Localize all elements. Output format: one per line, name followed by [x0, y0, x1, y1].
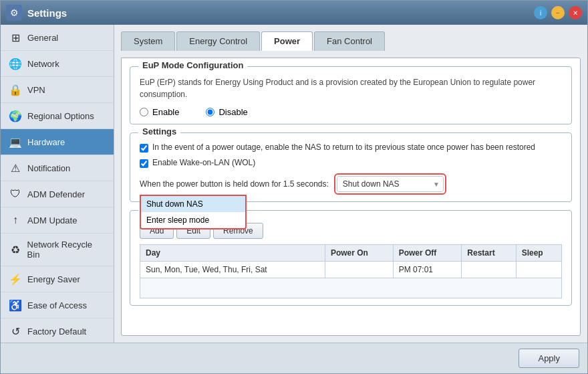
- checkbox-power-outage: In the event of a power outage, enable t…: [140, 143, 562, 153]
- sidebar-label-adm-defender: ADM Defender: [27, 189, 85, 199]
- hardware-icon: 💻: [9, 135, 22, 149]
- row-power-off: PM 07:01: [393, 262, 462, 278]
- dropdown-highlight-box: Shut down NAS Enter sleep mode ▼ Shut do…: [334, 173, 446, 195]
- sidebar-item-notification[interactable]: ⚠ Notification: [1, 155, 114, 181]
- settings-section-title: Settings: [138, 126, 180, 136]
- checkbox-power-outage-input[interactable]: [140, 144, 148, 153]
- row-power-on: [325, 262, 393, 278]
- checkbox-wol-input[interactable]: [140, 159, 148, 168]
- sidebar-item-adm-update[interactable]: ↑ ADM Update: [1, 207, 114, 233]
- bottom-bar: Apply: [1, 343, 587, 373]
- tab-system[interactable]: System: [121, 31, 175, 51]
- sidebar-label-factory-default: Factory Default: [27, 326, 86, 337]
- regional-icon: 🌍: [9, 109, 22, 122]
- dropdown-wrapper: Shut down NAS Enter sleep mode ▼: [337, 176, 444, 192]
- sidebar-label-hardware: Hardware: [27, 137, 65, 147]
- eup-disable-label: Disable: [218, 107, 247, 117]
- row-sleep: [516, 262, 561, 278]
- minimize-button[interactable]: −: [551, 6, 565, 19]
- ease-of-access-icon: ♿: [9, 298, 22, 312]
- sidebar-item-vpn[interactable]: 🔒 VPN: [1, 77, 114, 103]
- settings-section: Settings In the event of a power outage,…: [130, 132, 572, 202]
- close-button[interactable]: ✕: [569, 6, 582, 19]
- sidebar-item-factory-default[interactable]: ↺ Factory Default: [1, 318, 114, 343]
- sidebar-item-network[interactable]: 🌐 Network: [1, 51, 114, 77]
- checkbox-wol: Enable Wake-on-LAN (WOL): [140, 158, 562, 168]
- eup-disable-radio[interactable]: Disable: [206, 107, 247, 117]
- sidebar-item-regional[interactable]: 🌍 Regional Options: [1, 103, 114, 129]
- table-row-empty: [140, 278, 562, 298]
- sidebar-label-network-recycle: Network Recycle Bin: [27, 240, 106, 260]
- col-sleep: Sleep: [516, 245, 561, 262]
- eup-section: EuP Mode Configuration EuP (ErP) stands …: [130, 66, 572, 124]
- eup-section-title: EuP Mode Configuration: [138, 60, 247, 70]
- sidebar-label-notification: Notification: [27, 163, 70, 173]
- checkbox-power-outage-label: In the event of a power outage, enable t…: [152, 143, 535, 152]
- vpn-icon: 🔒: [9, 83, 22, 96]
- settings-section-content: In the event of a power outage, enable t…: [140, 140, 562, 195]
- content-area: System Energy Control Power Fan Control …: [114, 25, 587, 343]
- sidebar-item-adm-defender[interactable]: 🛡 ADM Defender: [1, 181, 114, 207]
- app-icon: ⚙: [6, 5, 22, 21]
- sidebar-label-energy-saver: Energy Saver: [27, 274, 80, 284]
- window-title: Settings: [27, 7, 529, 19]
- sidebar-item-energy-saver[interactable]: ⚡ Energy Saver: [1, 266, 114, 292]
- notification-icon: ⚠: [9, 161, 22, 175]
- sidebar-label-regional: Regional Options: [27, 111, 94, 121]
- power-button-label: When the power button is held down for 1…: [140, 179, 329, 189]
- eup-radio-group: Enable Disable: [140, 107, 562, 117]
- eup-enable-input[interactable]: [140, 108, 148, 116]
- network-recycle-icon: ♻: [9, 243, 22, 256]
- sidebar-item-hardware[interactable]: 💻 Hardware: [1, 129, 114, 155]
- col-restart: Restart: [462, 245, 516, 262]
- col-day: Day: [140, 245, 325, 262]
- eup-section-content: EuP (ErP) stands for Energy Using Produc…: [140, 74, 562, 117]
- eup-enable-radio[interactable]: Enable: [140, 107, 179, 117]
- dropdown-menu: Shut down NAS Enter sleep mode: [140, 195, 247, 229]
- row-day: Sun, Mon, Tue, Wed, Thu, Fri, Sat: [140, 262, 325, 278]
- sidebar-label-general: General: [27, 33, 58, 43]
- apply-button[interactable]: Apply: [519, 349, 579, 368]
- sidebar-label-network: Network: [27, 59, 59, 69]
- sidebar-item-ease-of-access[interactable]: ♿ Ease of Access: [1, 292, 114, 318]
- col-power-off: Power Off: [393, 245, 462, 262]
- sidebar: ⊞ General 🌐 Network 🔒 VPN 🌍 Regional Opt…: [1, 25, 114, 343]
- checkbox-wol-label: Enable Wake-on-LAN (WOL): [152, 158, 255, 167]
- adm-update-icon: ↑: [9, 213, 22, 227]
- tab-power[interactable]: Power: [261, 31, 313, 51]
- eup-disable-input[interactable]: [206, 108, 214, 116]
- panel-power: EuP Mode Configuration EuP (ErP) stands …: [121, 58, 581, 336]
- power-button-row: When the power button is held down for 1…: [140, 173, 562, 195]
- sidebar-label-adm-update: ADM Update: [27, 215, 77, 225]
- schedule-table: Day Power On Power Off Restart Sleep Sun…: [140, 244, 562, 298]
- dropdown-option-sleep[interactable]: Enter sleep mode: [141, 212, 245, 228]
- info-button[interactable]: i: [534, 6, 547, 19]
- tab-bar: System Energy Control Power Fan Control: [121, 31, 581, 51]
- row-restart: [462, 262, 516, 278]
- sidebar-label-ease-of-access: Ease of Access: [27, 300, 87, 310]
- general-icon: ⊞: [9, 31, 22, 44]
- adm-defender-icon: 🛡: [9, 187, 22, 201]
- sidebar-item-network-recycle[interactable]: ♻ Network Recycle Bin: [1, 233, 114, 266]
- eup-description: EuP (ErP) stands for Energy Using Produc…: [140, 76, 562, 100]
- main-content: ⊞ General 🌐 Network 🔒 VPN 🌍 Regional Opt…: [1, 25, 587, 343]
- titlebar: ⚙ Settings i − ✕: [1, 1, 587, 25]
- window-controls: i − ✕: [534, 6, 582, 19]
- eup-enable-label: Enable: [152, 107, 179, 117]
- settings-window: ⚙ Settings i − ✕ ⊞ General 🌐 Network 🔒 V…: [0, 0, 588, 374]
- factory-default-icon: ↺: [9, 324, 22, 338]
- schedule-table-body: Sun, Mon, Tue, Wed, Thu, Fri, Sat PM 07:…: [140, 262, 562, 298]
- empty-row: [140, 278, 562, 298]
- tab-fan-control[interactable]: Fan Control: [314, 31, 385, 51]
- dropdown-option-shutdown[interactable]: Shut down NAS: [141, 196, 245, 212]
- power-button-select[interactable]: Shut down NAS Enter sleep mode: [337, 176, 444, 192]
- network-icon: 🌐: [9, 57, 22, 70]
- col-power-on: Power On: [325, 245, 393, 262]
- tab-energy-control[interactable]: Energy Control: [176, 31, 260, 51]
- sidebar-label-vpn: VPN: [27, 85, 45, 95]
- sidebar-item-general[interactable]: ⊞ General: [1, 25, 114, 51]
- energy-saver-icon: ⚡: [9, 272, 22, 286]
- table-row: Sun, Mon, Tue, Wed, Thu, Fri, Sat PM 07:…: [140, 262, 562, 278]
- schedule-table-header: Day Power On Power Off Restart Sleep: [140, 245, 562, 262]
